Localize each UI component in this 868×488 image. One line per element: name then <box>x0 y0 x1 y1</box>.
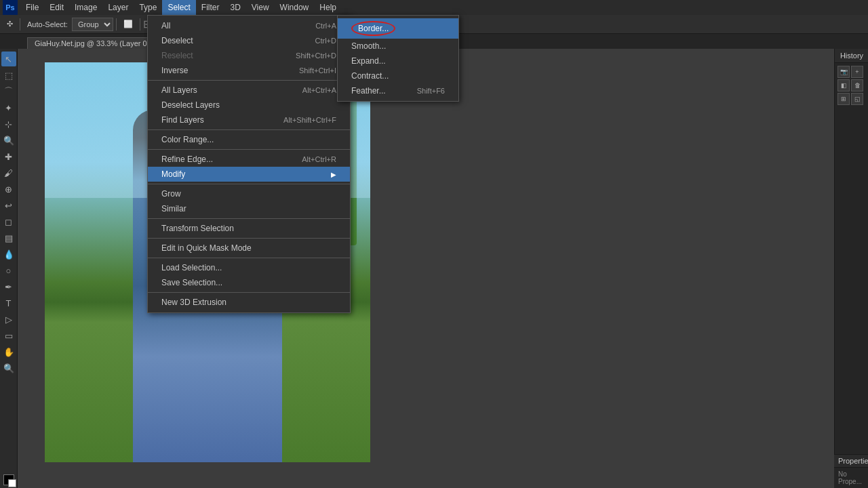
history-row-1: 📷 + <box>837 66 866 78</box>
menu-load-selection[interactable]: Load Selection... <box>148 260 350 275</box>
menu-all-layers[interactable]: All Layers Alt+Ctrl+A <box>148 83 350 98</box>
properties-panel: Properties No Prope... <box>834 454 868 488</box>
move-icon: ✣ <box>7 20 13 28</box>
main-layout: ↖ ⬚ ⌒ ✦ ⊹ 🔍 ✚ 🖌 ⊕ ↩ ◻ ▤ 💧 ○ ✒ T ▷ ▭ ✋ 🔍 <box>0 49 868 488</box>
submenu-border[interactable]: Border... <box>338 18 458 39</box>
history-delete-btn[interactable]: 🗑 <box>851 79 863 92</box>
menu-filter[interactable]: Filter <box>196 0 225 15</box>
menu-select[interactable]: Select <box>162 0 195 15</box>
menu-window[interactable]: Window <box>275 0 315 15</box>
history-brush-tool[interactable]: ↩ <box>1 198 16 213</box>
submenu-expand[interactable]: Expand... <box>338 54 458 68</box>
eyedropper-tool[interactable]: 🔍 <box>1 133 16 148</box>
select-menu-dropdown: All Ctrl+A Deselect Ctrl+D Reselect Shif… <box>147 15 351 313</box>
sep-4 <box>148 184 350 184</box>
pen-tool[interactable]: ✒ <box>1 279 16 294</box>
history-panel: History 📷 + ◧ 🗑 ⊞ ◱ <box>835 49 868 108</box>
photoshop-logo: Ps <box>3 0 18 15</box>
menu-image[interactable]: Image <box>69 0 102 15</box>
submenu-arrow: ▶ <box>331 171 336 178</box>
left-tool-panel: ↖ ⬚ ⌒ ✦ ⊹ 🔍 ✚ 🖌 ⊕ ↩ ◻ ▤ 💧 ○ ✒ T ▷ ▭ ✋ 🔍 <box>0 49 18 488</box>
properties-header: Properties <box>834 455 868 468</box>
history-snapshot-btn[interactable]: 📷 <box>837 66 850 78</box>
menu-edit-quick-mask[interactable]: Edit in Quick Mask Mode <box>148 241 350 256</box>
blur-tool[interactable]: 💧 <box>1 247 16 262</box>
menu-deselect-layers[interactable]: Deselect Layers <box>148 98 350 113</box>
sep-5 <box>148 218 350 219</box>
dodge-tool[interactable]: ○ <box>1 263 16 278</box>
menu-inverse[interactable]: Inverse Shift+Ctrl+I <box>148 63 350 78</box>
color-swatches <box>3 474 14 485</box>
marquee-tool[interactable]: ⬚ <box>1 68 16 83</box>
lasso-tool[interactable]: ⌒ <box>1 84 16 99</box>
sep-6 <box>148 238 350 239</box>
auto-select-dropdown[interactable]: Group Layer <box>72 18 113 31</box>
toolbar-sep-3 <box>140 18 140 30</box>
sep-1 <box>148 80 350 81</box>
history-icons: 📷 + ◧ 🗑 ⊞ ◱ <box>835 63 868 108</box>
properties-content: No Prope... <box>834 468 868 488</box>
menu-color-range[interactable]: Color Range... <box>148 132 350 147</box>
menu-type[interactable]: Type <box>134 0 162 15</box>
sep-7 <box>148 258 350 258</box>
history-new-btn[interactable]: + <box>851 66 863 78</box>
history-panel-header: History <box>835 49 868 63</box>
submenu-smooth[interactable]: Smooth... <box>338 39 458 54</box>
history-prev-btn[interactable]: ◧ <box>837 79 850 92</box>
foreground-color[interactable] <box>3 474 14 485</box>
hand-tool[interactable]: ✋ <box>1 344 16 359</box>
menu-transform-selection[interactable]: Transform Selection <box>148 221 350 236</box>
shape-tool[interactable]: ▭ <box>1 328 16 343</box>
history-row-3: ⊞ ◱ <box>837 93 866 105</box>
sep-2 <box>148 129 350 130</box>
menubar: Ps File Edit Image Layer Type Select Fil… <box>0 0 868 15</box>
auto-select-label: Auto-Select: <box>23 19 72 30</box>
modify-submenu: Border... Smooth... Expand... Contract..… <box>337 15 459 102</box>
menu-3d[interactable]: 3D <box>224 0 245 15</box>
eraser-tool[interactable]: ◻ <box>1 214 16 229</box>
menu-similar[interactable]: Similar <box>148 201 350 216</box>
text-tool[interactable]: T <box>1 296 16 310</box>
background-color[interactable] <box>8 479 16 487</box>
toolbar-sep-1 <box>20 18 20 30</box>
menu-layer[interactable]: Layer <box>102 0 134 15</box>
menu-help[interactable]: Help <box>314 0 342 15</box>
menu-all[interactable]: All Ctrl+A <box>148 18 350 33</box>
submenu-contract[interactable]: Contract... <box>338 68 458 83</box>
clone-tool[interactable]: ⊕ <box>1 182 16 197</box>
wand-tool[interactable]: ✦ <box>1 100 16 115</box>
menu-save-selection[interactable]: Save Selection... <box>148 275 350 290</box>
crop-tool[interactable]: ⊹ <box>1 117 16 131</box>
history-extra-btn[interactable]: ⊞ <box>837 93 850 105</box>
sep-3 <box>148 149 350 150</box>
menu-grow[interactable]: Grow <box>148 186 350 201</box>
right-panel: History 📷 + ◧ 🗑 ⊞ ◱ Properties No Prope.… <box>834 49 868 488</box>
menu-new-3d[interactable]: New 3D Extrusion <box>148 295 350 310</box>
brush-tool[interactable]: 🖌 <box>1 165 16 180</box>
path-select-tool[interactable]: ▷ <box>1 312 16 327</box>
menu-view[interactable]: View <box>246 0 275 15</box>
menu-reselect: Reselect Shift+Ctrl+D <box>148 48 350 63</box>
border-oval-highlight: Border... <box>351 21 395 36</box>
gradient-tool[interactable]: ▤ <box>1 230 16 245</box>
menu-deselect[interactable]: Deselect Ctrl+D <box>148 33 350 48</box>
toolbar-sep-2 <box>116 18 117 30</box>
healing-tool[interactable]: ✚ <box>1 149 16 164</box>
menu-find-layers[interactable]: Find Layers Alt+Shift+Ctrl+F <box>148 113 350 127</box>
history-row-2: ◧ 🗑 <box>837 79 866 92</box>
history-extra2-btn[interactable]: ◱ <box>851 93 863 105</box>
menu-modify[interactable]: Modify ▶ <box>148 167 350 182</box>
menu-file[interactable]: File <box>20 0 44 15</box>
move-tool[interactable]: ↖ <box>1 52 16 66</box>
transform-controls-btn[interactable]: ⬜ <box>119 18 137 30</box>
menu-edit[interactable]: Edit <box>44 0 69 15</box>
move-tool-options: ✣ <box>3 18 17 30</box>
canvas-area <box>18 49 834 488</box>
history-title: History <box>840 52 863 60</box>
submenu-feather[interactable]: Feather... Shift+F6 <box>338 83 458 98</box>
menu-refine-edge[interactable]: Refine Edge... Alt+Ctrl+R <box>148 152 350 167</box>
sep-8 <box>148 292 350 293</box>
zoom-tool[interactable]: 🔍 <box>1 361 16 375</box>
